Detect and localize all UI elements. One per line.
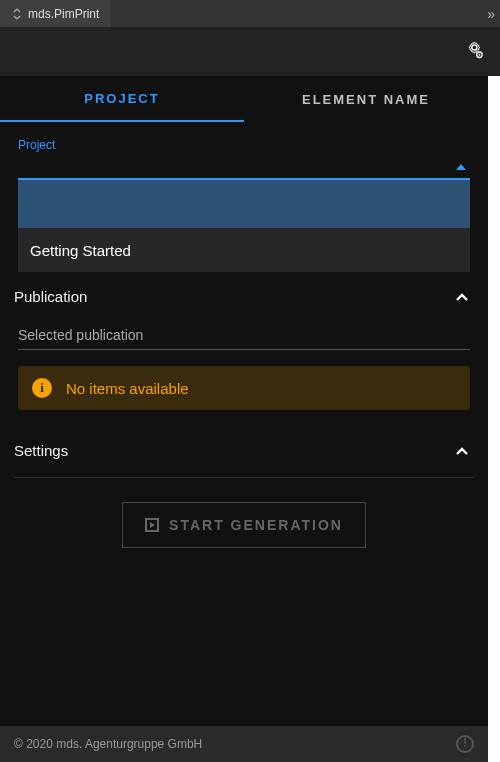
publication-section-header[interactable]: Publication bbox=[14, 272, 474, 317]
alert-message: No items available bbox=[66, 380, 189, 397]
status-icon[interactable] bbox=[456, 735, 474, 753]
svg-point-1 bbox=[479, 54, 481, 56]
tab-project-label: PROJECT bbox=[84, 91, 159, 106]
footer: © 2020 mds. Agenturgruppe GmbH bbox=[0, 726, 488, 762]
main-tabs: PROJECT ELEMENT NAME bbox=[0, 76, 488, 122]
project-select[interactable] bbox=[18, 162, 470, 180]
publication-heading: Publication bbox=[14, 288, 87, 305]
panel-tab[interactable]: mds.PimPrint bbox=[0, 0, 111, 27]
expand-panel-icon[interactable]: » bbox=[479, 6, 500, 22]
caret-up-icon bbox=[456, 164, 466, 170]
settings-section-header[interactable]: Settings bbox=[14, 426, 474, 471]
project-dropdown: Getting Started bbox=[18, 180, 470, 272]
project-option-getting-started[interactable]: Getting Started bbox=[18, 228, 470, 272]
no-items-alert: i No items available bbox=[18, 366, 470, 410]
copyright-text: © 2020 mds. Agenturgruppe GmbH bbox=[14, 737, 202, 751]
tab-element-label: ELEMENT NAME bbox=[302, 92, 430, 107]
titlebar: mds.PimPrint » bbox=[0, 0, 500, 28]
panel-title: mds.PimPrint bbox=[28, 7, 99, 21]
selected-publication-label: Selected publication bbox=[18, 317, 470, 350]
settings-heading: Settings bbox=[14, 442, 68, 459]
scrollbar[interactable] bbox=[488, 76, 500, 762]
project-option-empty[interactable] bbox=[18, 180, 470, 228]
start-generation-label: START GENERATION bbox=[169, 517, 343, 533]
chevron-up-icon bbox=[454, 289, 470, 305]
settings-gear-icon[interactable] bbox=[462, 41, 484, 63]
tab-project[interactable]: PROJECT bbox=[0, 76, 244, 122]
start-generation-button: START GENERATION bbox=[122, 502, 366, 548]
drag-handle-icon bbox=[12, 8, 22, 20]
chevron-up-icon bbox=[454, 443, 470, 459]
project-field-label: Project bbox=[14, 122, 474, 162]
project-option-label: Getting Started bbox=[30, 242, 131, 259]
info-icon: i bbox=[32, 378, 52, 398]
play-icon bbox=[145, 518, 159, 532]
toolbar bbox=[0, 28, 500, 76]
tab-element-name[interactable]: ELEMENT NAME bbox=[244, 76, 488, 122]
